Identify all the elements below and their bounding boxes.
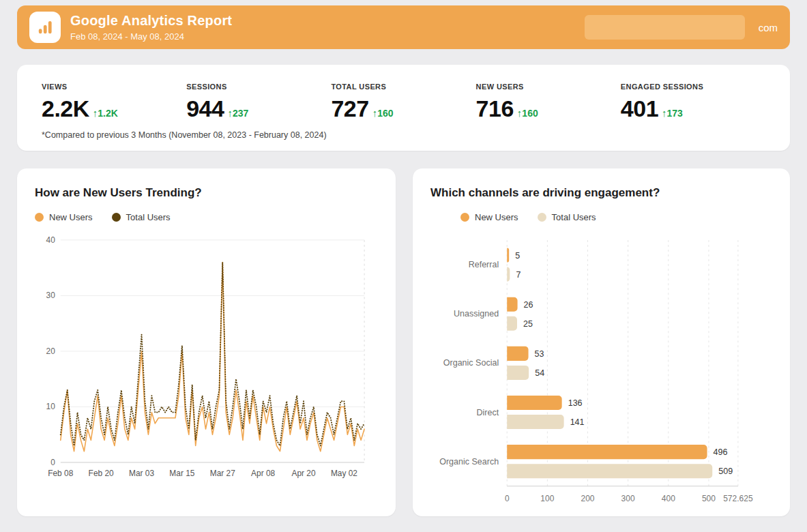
redacted-domain-field <box>585 15 745 40</box>
up-arrow-icon: ↑ <box>662 107 667 119</box>
bar-chart-legend: New Users Total Users <box>460 212 772 222</box>
legend-label: New Users <box>475 212 518 222</box>
kpi-sessions: SESSIONS 944 ↑237 <box>186 83 331 122</box>
kpi-delta: ↑160 <box>517 107 538 119</box>
svg-text:500: 500 <box>702 494 716 503</box>
svg-text:Mar 15: Mar 15 <box>169 469 194 478</box>
legend-item-total-users: Total Users <box>538 212 596 222</box>
bar-chart-icon <box>36 18 54 36</box>
kpi-label: TOTAL USERS <box>331 83 475 91</box>
kpi-delta-value: 173 <box>667 108 683 119</box>
svg-text:572.625: 572.625 <box>723 494 753 503</box>
kpi-label: NEW USERS <box>476 83 621 91</box>
line-chart-title: How are New Users Trending? <box>35 186 378 200</box>
legend-item-new-users: New Users <box>460 212 518 222</box>
kpi-delta: ↑1.2K <box>93 107 118 119</box>
channel-engagement-card: Which channels are driving engagement? N… <box>413 168 790 516</box>
kpi-value: 401 <box>621 95 658 122</box>
svg-text:Apr 20: Apr 20 <box>291 469 315 478</box>
kpi-value: 727 <box>331 95 368 122</box>
bar-chart-title: Which channels are driving engagement? <box>430 186 772 200</box>
up-arrow-icon: ↑ <box>227 107 233 119</box>
legend-label: Total Users <box>552 212 596 222</box>
svg-text:Referral: Referral <box>469 260 499 269</box>
new-users-trend-card: How are New Users Trending? New Users To… <box>17 168 396 516</box>
svg-text:Feb 08: Feb 08 <box>48 469 73 478</box>
svg-text:5: 5 <box>515 251 520 261</box>
kpi-delta-value: 160 <box>522 108 538 119</box>
kpi-value: 2.2K <box>42 95 89 122</box>
kpi-delta: ↑160 <box>372 107 394 119</box>
new-users-legend-dot-icon <box>35 213 44 222</box>
report-header: Google Analytics Report Feb 08, 2024 - M… <box>17 5 790 49</box>
report-title: Google Analytics Report <box>70 13 575 29</box>
kpi-delta-value: 237 <box>233 108 248 119</box>
svg-text:54: 54 <box>535 368 544 378</box>
total-users-legend-dot-icon <box>538 213 546 222</box>
svg-text:509: 509 <box>718 467 733 476</box>
svg-text:136: 136 <box>568 398 583 408</box>
kpi-delta: ↑237 <box>227 107 248 119</box>
kpi-views: VIEWS 2.2K ↑1.2K <box>42 83 186 122</box>
kpi-delta-value: 160 <box>377 108 393 119</box>
kpi-delta-value: 1.2K <box>98 108 118 119</box>
domain-suffix: com <box>759 22 778 33</box>
report-page: Google Analytics Report Feb 08, 2024 - M… <box>0 0 807 530</box>
svg-text:Unassigned: Unassigned <box>454 309 499 319</box>
report-date-range: Feb 08, 2024 - May 08, 2024 <box>70 31 575 42</box>
kpi-value: 944 <box>186 95 224 122</box>
svg-text:300: 300 <box>621 494 635 503</box>
svg-text:Apr 08: Apr 08 <box>251 469 275 478</box>
svg-text:20: 20 <box>46 346 56 356</box>
svg-text:141: 141 <box>570 417 585 427</box>
svg-text:Feb 20: Feb 20 <box>89 469 114 478</box>
bar-chart-svg: 0100200300400500572.625Referral57Unassig… <box>430 232 772 511</box>
kpi-row: VIEWS 2.2K ↑1.2K SESSIONS 944 ↑237 TOTAL… <box>42 83 765 122</box>
svg-text:30: 30 <box>46 291 56 300</box>
svg-text:Organic Social: Organic Social <box>443 358 499 368</box>
kpi-label: ENGAGED SESSIONS <box>621 83 765 91</box>
svg-text:200: 200 <box>581 494 594 503</box>
svg-text:496: 496 <box>714 447 728 457</box>
kpi-label: SESSIONS <box>186 83 331 91</box>
header-titles: Google Analytics Report Feb 08, 2024 - M… <box>70 13 575 42</box>
svg-text:400: 400 <box>662 494 675 503</box>
kpi-total-users: TOTAL USERS 727 ↑160 <box>331 83 475 122</box>
svg-text:0: 0 <box>50 458 55 467</box>
new-users-legend-dot-icon <box>460 213 469 222</box>
line-chart-svg: 010203040Feb 08Feb 20Mar 03Mar 15Mar 27A… <box>35 232 378 484</box>
analytics-logo <box>29 12 61 43</box>
legend-item-total-users: Total Users <box>112 212 171 222</box>
svg-text:40: 40 <box>46 235 56 245</box>
svg-text:Mar 03: Mar 03 <box>129 469 154 478</box>
svg-text:Direct: Direct <box>477 408 499 417</box>
svg-text:100: 100 <box>540 494 554 503</box>
svg-text:Mar 27: Mar 27 <box>210 469 235 478</box>
svg-text:0: 0 <box>505 494 510 503</box>
svg-text:Organic Search: Organic Search <box>439 457 499 467</box>
legend-label: New Users <box>49 212 93 222</box>
comparison-footnote: *Compared to previous 3 Months (November… <box>42 130 765 140</box>
svg-text:7: 7 <box>516 270 520 280</box>
svg-text:10: 10 <box>46 402 56 411</box>
kpi-engaged-sessions: ENGAGED SESSIONS 401 ↑173 <box>621 83 765 122</box>
svg-text:53: 53 <box>535 349 544 359</box>
svg-text:May 02: May 02 <box>331 469 357 478</box>
svg-text:25: 25 <box>523 319 533 329</box>
kpi-scorecards: VIEWS 2.2K ↑1.2K SESSIONS 944 ↑237 TOTAL… <box>17 65 790 151</box>
total-users-legend-dot-icon <box>112 213 121 222</box>
kpi-new-users: NEW USERS 716 ↑160 <box>476 83 621 122</box>
svg-text:26: 26 <box>524 300 533 310</box>
kpi-label: VIEWS <box>42 83 186 91</box>
line-chart-legend: New Users Total Users <box>35 212 378 222</box>
kpi-value: 716 <box>476 95 514 122</box>
kpi-delta: ↑173 <box>662 107 683 119</box>
charts-row: How are New Users Trending? New Users To… <box>17 168 790 516</box>
legend-item-new-users: New Users <box>35 212 93 222</box>
legend-label: Total Users <box>126 212 171 222</box>
